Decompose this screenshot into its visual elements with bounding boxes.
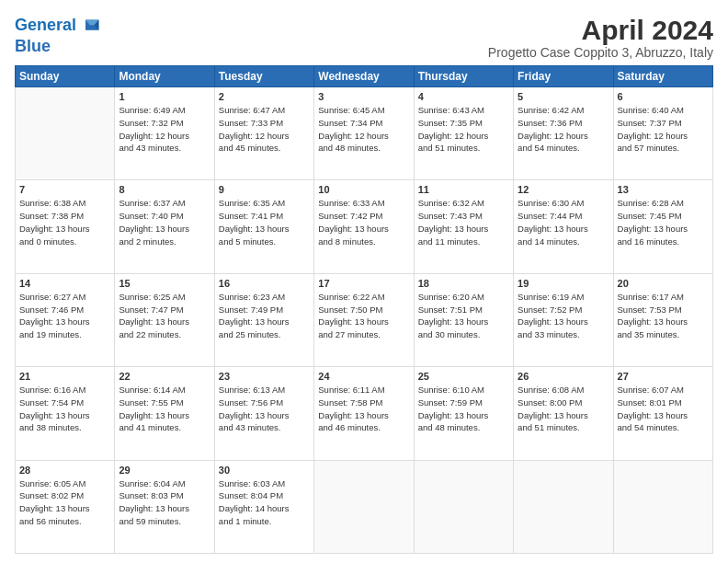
calendar-cell: 1Sunrise: 6:49 AMSunset: 7:32 PMDaylight…	[115, 87, 214, 180]
calendar-cell: 5Sunrise: 6:42 AMSunset: 7:36 PMDaylight…	[514, 87, 613, 180]
cell-info: Sunrise: 6:42 AMSunset: 7:36 PMDaylight:…	[518, 104, 609, 155]
calendar-cell: 9Sunrise: 6:35 AMSunset: 7:41 PMDaylight…	[214, 180, 313, 273]
cell-info: Sunrise: 6:33 AMSunset: 7:42 PMDaylight:…	[318, 197, 409, 247]
day-number: 1	[119, 91, 210, 102]
calendar-table: SundayMondayTuesdayWednesdayThursdayFrid…	[15, 65, 713, 554]
calendar-week-1: 1Sunrise: 6:49 AMSunset: 7:32 PMDaylight…	[16, 87, 713, 180]
day-number: 18	[418, 278, 509, 289]
cell-info: Sunrise: 6:37 AMSunset: 7:40 PMDaylight:…	[119, 197, 210, 247]
cell-info: Sunrise: 6:17 AMSunset: 7:53 PMDaylight:…	[618, 291, 709, 341]
day-number: 27	[618, 371, 709, 382]
calendar-cell: 15Sunrise: 6:25 AMSunset: 7:47 PMDayligh…	[115, 273, 214, 366]
calendar-cell: 8Sunrise: 6:37 AMSunset: 7:40 PMDaylight…	[115, 180, 214, 273]
cell-info: Sunrise: 6:07 AMSunset: 8:01 PMDaylight:…	[618, 384, 709, 434]
day-number: 15	[119, 278, 210, 289]
cell-info: Sunrise: 6:13 AMSunset: 7:56 PMDaylight:…	[219, 384, 310, 434]
calendar-cell	[16, 87, 115, 180]
calendar-cell: 11Sunrise: 6:32 AMSunset: 7:43 PMDayligh…	[414, 180, 513, 273]
calendar-cell: 20Sunrise: 6:17 AMSunset: 7:53 PMDayligh…	[613, 273, 712, 366]
calendar-cell: 7Sunrise: 6:38 AMSunset: 7:38 PMDaylight…	[16, 180, 115, 273]
calendar-cell: 30Sunrise: 6:03 AMSunset: 8:04 PMDayligh…	[214, 460, 313, 553]
day-number: 13	[618, 184, 709, 195]
day-number: 24	[318, 371, 409, 382]
title-block: April 2024 Progetto Case Coppito 3, Abru…	[488, 15, 713, 60]
cell-info: Sunrise: 6:25 AMSunset: 7:47 PMDaylight:…	[119, 291, 210, 341]
cell-info: Sunrise: 6:45 AMSunset: 7:34 PMDaylight:…	[318, 104, 409, 155]
logo-text: General	[15, 17, 76, 35]
cell-info: Sunrise: 6:14 AMSunset: 7:55 PMDaylight:…	[119, 384, 210, 434]
calendar-cell: 3Sunrise: 6:45 AMSunset: 7:34 PMDaylight…	[314, 87, 414, 180]
day-number: 10	[318, 184, 409, 195]
calendar-cell	[613, 460, 712, 553]
calendar-cell: 4Sunrise: 6:43 AMSunset: 7:35 PMDaylight…	[414, 87, 513, 180]
calendar-cell: 25Sunrise: 6:10 AMSunset: 7:59 PMDayligh…	[414, 367, 513, 460]
calendar-week-4: 21Sunrise: 6:16 AMSunset: 7:54 PMDayligh…	[16, 367, 713, 460]
day-number: 21	[19, 371, 110, 382]
calendar-cell: 16Sunrise: 6:23 AMSunset: 7:49 PMDayligh…	[214, 273, 313, 366]
calendar-cell: 14Sunrise: 6:27 AMSunset: 7:46 PMDayligh…	[16, 273, 115, 366]
calendar-header-friday: Friday	[514, 66, 613, 87]
day-number: 2	[219, 91, 310, 102]
calendar-cell	[514, 460, 613, 553]
cell-info: Sunrise: 6:10 AMSunset: 7:59 PMDaylight:…	[418, 384, 509, 434]
page: General Blue April 2024 Progetto Case Co…	[0, 0, 728, 563]
cell-info: Sunrise: 6:35 AMSunset: 7:41 PMDaylight:…	[219, 197, 310, 247]
day-number: 22	[119, 371, 210, 382]
calendar-header-sunday: Sunday	[16, 66, 115, 87]
calendar-week-5: 28Sunrise: 6:05 AMSunset: 8:02 PMDayligh…	[16, 460, 713, 553]
calendar-cell: 17Sunrise: 6:22 AMSunset: 7:50 PMDayligh…	[314, 273, 414, 366]
day-number: 4	[418, 91, 509, 102]
calendar-cell: 21Sunrise: 6:16 AMSunset: 7:54 PMDayligh…	[16, 367, 115, 460]
cell-info: Sunrise: 6:49 AMSunset: 7:32 PMDaylight:…	[119, 104, 210, 155]
day-number: 30	[219, 465, 310, 476]
logo-icon	[78, 15, 100, 37]
calendar-cell: 26Sunrise: 6:08 AMSunset: 8:00 PMDayligh…	[514, 367, 613, 460]
cell-info: Sunrise: 6:16 AMSunset: 7:54 PMDaylight:…	[19, 384, 110, 434]
calendar-cell: 24Sunrise: 6:11 AMSunset: 7:58 PMDayligh…	[314, 367, 414, 460]
calendar-cell: 22Sunrise: 6:14 AMSunset: 7:55 PMDayligh…	[115, 367, 214, 460]
calendar-header-saturday: Saturday	[613, 66, 712, 87]
calendar-cell: 28Sunrise: 6:05 AMSunset: 8:02 PMDayligh…	[16, 460, 115, 553]
calendar-cell: 27Sunrise: 6:07 AMSunset: 8:01 PMDayligh…	[613, 367, 712, 460]
day-number: 28	[19, 465, 110, 476]
day-number: 5	[518, 91, 609, 102]
day-number: 16	[219, 278, 310, 289]
logo: General Blue	[15, 15, 100, 56]
logo-blue: Blue	[15, 37, 100, 56]
day-number: 12	[518, 184, 609, 195]
day-number: 8	[119, 184, 210, 195]
cell-info: Sunrise: 6:08 AMSunset: 8:00 PMDaylight:…	[518, 384, 609, 434]
day-number: 6	[618, 91, 709, 102]
calendar-cell: 10Sunrise: 6:33 AMSunset: 7:42 PMDayligh…	[314, 180, 414, 273]
calendar-cell: 2Sunrise: 6:47 AMSunset: 7:33 PMDaylight…	[214, 87, 313, 180]
calendar-week-3: 14Sunrise: 6:27 AMSunset: 7:46 PMDayligh…	[16, 273, 713, 366]
day-number: 3	[318, 91, 409, 102]
cell-info: Sunrise: 6:22 AMSunset: 7:50 PMDaylight:…	[318, 291, 409, 341]
cell-info: Sunrise: 6:32 AMSunset: 7:43 PMDaylight:…	[418, 197, 509, 247]
day-number: 9	[219, 184, 310, 195]
cell-info: Sunrise: 6:19 AMSunset: 7:52 PMDaylight:…	[518, 291, 609, 341]
calendar-cell: 23Sunrise: 6:13 AMSunset: 7:56 PMDayligh…	[214, 367, 313, 460]
cell-info: Sunrise: 6:04 AMSunset: 8:03 PMDaylight:…	[119, 477, 210, 528]
calendar-cell: 12Sunrise: 6:30 AMSunset: 7:44 PMDayligh…	[514, 180, 613, 273]
calendar-cell	[314, 460, 414, 553]
day-number: 11	[418, 184, 509, 195]
cell-info: Sunrise: 6:40 AMSunset: 7:37 PMDaylight:…	[618, 104, 709, 155]
calendar-cell: 13Sunrise: 6:28 AMSunset: 7:45 PMDayligh…	[613, 180, 712, 273]
day-number: 26	[518, 371, 609, 382]
cell-info: Sunrise: 6:23 AMSunset: 7:49 PMDaylight:…	[219, 291, 310, 341]
header: General Blue April 2024 Progetto Case Co…	[15, 15, 713, 60]
main-title: April 2024	[488, 15, 713, 45]
cell-info: Sunrise: 6:27 AMSunset: 7:46 PMDaylight:…	[19, 291, 110, 341]
calendar-header-monday: Monday	[115, 66, 214, 87]
calendar-header-row: SundayMondayTuesdayWednesdayThursdayFrid…	[16, 66, 713, 87]
day-number: 25	[418, 371, 509, 382]
calendar-cell: 19Sunrise: 6:19 AMSunset: 7:52 PMDayligh…	[514, 273, 613, 366]
cell-info: Sunrise: 6:11 AMSunset: 7:58 PMDaylight:…	[318, 384, 409, 434]
cell-info: Sunrise: 6:47 AMSunset: 7:33 PMDaylight:…	[219, 104, 310, 155]
calendar-week-2: 7Sunrise: 6:38 AMSunset: 7:38 PMDaylight…	[16, 180, 713, 273]
cell-info: Sunrise: 6:05 AMSunset: 8:02 PMDaylight:…	[19, 477, 110, 528]
cell-info: Sunrise: 6:20 AMSunset: 7:51 PMDaylight:…	[418, 291, 509, 341]
day-number: 19	[518, 278, 609, 289]
calendar-cell: 18Sunrise: 6:20 AMSunset: 7:51 PMDayligh…	[414, 273, 513, 366]
